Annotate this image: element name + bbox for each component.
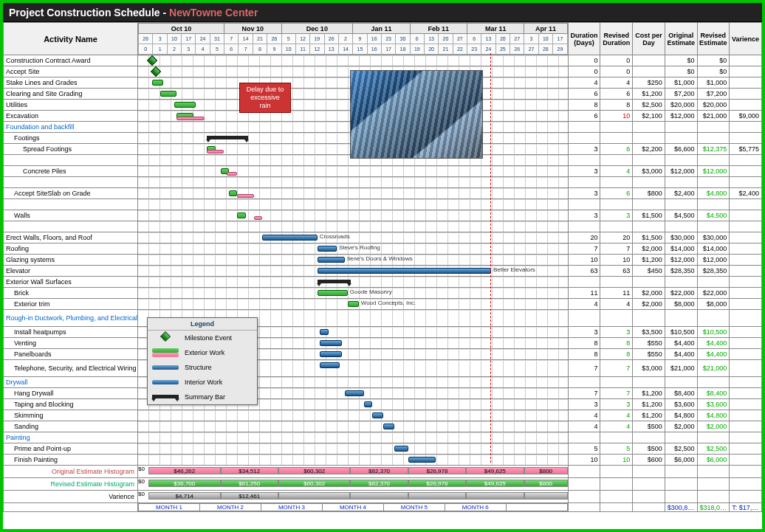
value-cell[interactable]: $9,000 (730, 111, 762, 122)
histogram-bar[interactable]: $60,302 (278, 480, 350, 487)
value-cell[interactable]: 8 (568, 100, 600, 111)
task-bar[interactable] (394, 446, 408, 452)
activity-name[interactable]: Install heatpumps (4, 327, 138, 338)
histogram-bar[interactable]: $82,370 (350, 480, 408, 487)
value-cell[interactable] (568, 199, 600, 210)
value-cell[interactable]: 3 (600, 210, 633, 221)
value-cell[interactable]: $28,350 (697, 266, 730, 277)
col-rev[interactable]: Revised Estimate (697, 23, 730, 55)
value-cell[interactable]: $600 (633, 455, 665, 466)
activity-name[interactable]: Construction Contract Award (4, 55, 138, 66)
activity-name[interactable]: Venting (4, 338, 138, 349)
value-cell[interactable] (633, 377, 665, 388)
value-cell[interactable]: $3,600 (665, 399, 697, 410)
value-cell[interactable]: $2,400 (730, 188, 762, 199)
value-cell[interactable]: 5 (600, 443, 633, 455)
value-cell[interactable] (730, 455, 762, 466)
gantt-row[interactable]: Skimming44$1,200$4,800$4,800 (4, 410, 762, 421)
activity-name[interactable]: Footings (4, 133, 138, 144)
value-cell[interactable] (665, 221, 697, 232)
activity-name[interactable] (4, 155, 138, 166)
value-cell[interactable]: $12,000 (665, 255, 697, 266)
value-cell[interactable] (730, 210, 762, 221)
value-cell[interactable]: 4 (600, 410, 633, 421)
value-cell[interactable] (730, 327, 762, 338)
histogram-bar[interactable]: $4,714 (148, 492, 220, 500)
gantt-row[interactable]: Rough-in Ductwork, Plumbing, and Electri… (4, 310, 762, 327)
value-cell[interactable]: 10 (600, 255, 633, 266)
value-cell[interactable]: $4,400 (697, 349, 730, 360)
value-cell[interactable]: $4,400 (697, 338, 730, 349)
task-bar[interactable] (408, 457, 436, 463)
gantt-row[interactable]: Painting (4, 432, 762, 443)
value-cell[interactable]: $1,500 (633, 232, 665, 243)
activity-name[interactable]: Sanding (4, 421, 138, 432)
value-cell[interactable]: $6,000 (697, 455, 730, 466)
value-cell[interactable] (633, 133, 665, 144)
value-cell[interactable]: $0 (665, 55, 697, 66)
value-cell[interactable]: 8 (600, 100, 633, 111)
value-cell[interactable]: 3 (568, 327, 600, 338)
value-cell[interactable]: $22,000 (665, 288, 697, 299)
value-cell[interactable] (730, 338, 762, 349)
value-cell[interactable] (697, 122, 730, 133)
value-cell[interactable] (568, 122, 600, 133)
task-bar[interactable] (345, 390, 364, 396)
value-cell[interactable]: $3,500 (633, 327, 665, 338)
value-cell[interactable]: $7,200 (697, 89, 730, 100)
activity-name[interactable]: Panelboards (4, 349, 138, 360)
value-cell[interactable]: $2,100 (633, 111, 665, 122)
activity-name[interactable]: Finish Painting (4, 455, 138, 466)
value-cell[interactable] (730, 77, 762, 89)
activity-name[interactable]: Stake Lines and Grades (4, 77, 138, 89)
value-cell[interactable]: 20 (600, 232, 633, 243)
value-cell[interactable]: $2,000 (665, 421, 697, 432)
value-cell[interactable]: $5,775 (730, 144, 762, 155)
activity-name[interactable]: Exterior trim (4, 299, 138, 310)
activity-name[interactable]: Hang Drywall (4, 388, 138, 399)
value-cell[interactable]: $1,200 (633, 255, 665, 266)
value-cell[interactable]: $12,000 (665, 166, 697, 177)
value-cell[interactable] (730, 221, 762, 232)
value-cell[interactable] (697, 177, 730, 188)
value-cell[interactable] (697, 277, 730, 288)
value-cell[interactable] (730, 100, 762, 111)
value-cell[interactable]: $12,000 (697, 166, 730, 177)
value-cell[interactable]: 3 (600, 399, 633, 410)
value-cell[interactable] (730, 155, 762, 166)
value-cell[interactable]: 3 (568, 188, 600, 199)
revised-bar[interactable] (227, 172, 238, 176)
value-cell[interactable]: 3 (568, 399, 600, 410)
activity-name[interactable]: Drywall (4, 377, 138, 388)
value-cell[interactable]: 6 (568, 89, 600, 100)
value-cell[interactable] (633, 155, 665, 166)
value-cell[interactable]: 4 (600, 421, 633, 432)
histogram-bar[interactable]: $46,262 (148, 467, 220, 474)
value-cell[interactable]: $14,000 (665, 243, 697, 255)
value-cell[interactable]: 3 (568, 144, 600, 155)
value-cell[interactable]: 7 (600, 388, 633, 399)
gantt-row[interactable]: ElevatorBetter Elevators6363$450$28,350$… (4, 266, 762, 277)
value-cell[interactable]: 20 (568, 232, 600, 243)
histogram-bar[interactable]: $26,978 (408, 480, 466, 487)
value-cell[interactable] (730, 199, 762, 210)
value-cell[interactable]: 4 (568, 299, 600, 310)
value-cell[interactable] (730, 349, 762, 360)
activity-name[interactable]: Roofing (4, 243, 138, 255)
value-cell[interactable]: 4 (600, 77, 633, 89)
value-cell[interactable] (730, 299, 762, 310)
activity-name[interactable]: Accept SiteSlab on Grade (4, 188, 138, 199)
value-cell[interactable]: 4 (568, 77, 600, 89)
gantt-row[interactable]: Concrete Piles34$3,000$12,000$12,000 (4, 166, 762, 177)
value-cell[interactable] (665, 155, 697, 166)
value-cell[interactable]: 0 (600, 66, 633, 77)
task-bar[interactable] (262, 235, 318, 241)
value-cell[interactable] (730, 421, 762, 432)
activity-name[interactable]: Prime and Point-up (4, 443, 138, 455)
gantt-row[interactable]: Prime and Point-up55$500$2,500$2,500 (4, 443, 762, 455)
value-cell[interactable]: $2,000 (633, 243, 665, 255)
activity-name[interactable]: Spread Footings (4, 144, 138, 155)
col-revised[interactable]: Revised Duration (600, 23, 633, 55)
value-cell[interactable] (600, 432, 633, 443)
value-cell[interactable] (568, 221, 600, 232)
